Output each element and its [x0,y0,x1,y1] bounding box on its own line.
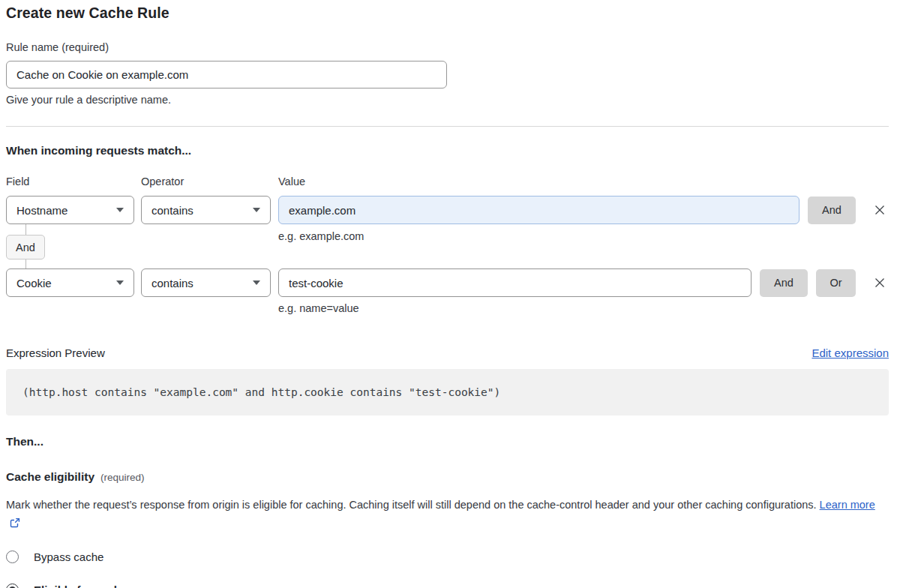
radio-button-selected[interactable] [6,584,19,588]
match-heading: When incoming requests match... [6,144,889,158]
condition-row: Hostname contains And [6,196,889,224]
chevron-down-icon [253,280,260,285]
and-connector-button[interactable]: And [6,235,45,260]
cache-eligibility-heading: Cache eligibility [6,470,94,484]
edit-expression-link[interactable]: Edit expression [812,346,889,359]
connector-line [26,260,26,268]
section-divider [6,126,889,127]
page-title: Create new Cache Rule [6,4,889,22]
add-or-condition-button[interactable]: Or [816,269,856,297]
operator-select[interactable]: contains [141,196,271,224]
column-label-field: Field [6,176,141,188]
value-input[interactable] [278,268,752,297]
external-link-icon [10,518,20,528]
remove-condition-button[interactable] [871,201,889,219]
add-and-condition-button[interactable]: And [808,196,856,224]
column-label-operator: Operator [141,176,278,188]
create-cache-rule-form: Create new Cache Rule Rule name (require… [6,4,889,588]
radio-button-unselected[interactable] [6,550,19,563]
expression-preview-label: Expression Preview [6,346,105,359]
operator-select-value: contains [152,204,194,217]
radio-option-eligible-for-cache[interactable]: Eligible for cache [6,584,889,588]
expression-preview-code: (http.host contains "example.com" and ht… [6,369,889,416]
required-note: (required) [100,472,145,483]
chevron-down-icon [116,280,124,285]
value-area: And Or [278,268,889,297]
cache-eligibility-heading-row: Cache eligibility (required) [6,470,889,484]
operator-select[interactable]: contains [141,268,271,297]
connector-line [26,224,26,235]
rule-name-label: Rule name (required) [6,41,889,53]
operator-select-value: contains [152,277,194,290]
then-heading: Then... [6,435,889,448]
radio-label[interactable]: Bypass cache [34,550,104,563]
expression-preview-header: Expression Preview Edit expression [6,346,889,359]
value-hint: e.g. example.com [278,230,364,242]
condition-row: Cookie contains And Or [6,268,889,297]
rule-name-help: Give your rule a descriptive name. [6,94,889,106]
field-select[interactable]: Cookie [6,268,134,297]
radio-label[interactable]: Eligible for cache [34,584,127,588]
condition-columns-header: Field Operator Value [6,176,889,188]
field-select[interactable]: Hostname [6,196,134,224]
close-icon [874,277,886,289]
chevron-down-icon [116,208,124,212]
condition-connector-zone: And e.g. example.com [6,224,889,268]
value-area: And [278,196,889,224]
value-hint: e.g. name=value [278,302,889,314]
description-text: Mark whether the request’s response from… [6,499,817,511]
rule-name-input[interactable] [6,61,447,88]
remove-condition-button[interactable] [871,274,889,292]
field-select-value: Hostname [16,204,68,217]
chevron-down-icon [253,208,260,212]
value-input[interactable] [278,196,800,224]
learn-more-link[interactable]: Learn more [820,499,875,511]
cache-eligibility-description: Mark whether the request’s response from… [6,496,880,532]
close-icon [874,204,886,216]
column-label-value: Value [278,176,305,188]
radio-option-bypass-cache[interactable]: Bypass cache [6,550,889,563]
field-select-value: Cookie [16,277,52,290]
add-and-condition-button[interactable]: And [760,269,808,297]
